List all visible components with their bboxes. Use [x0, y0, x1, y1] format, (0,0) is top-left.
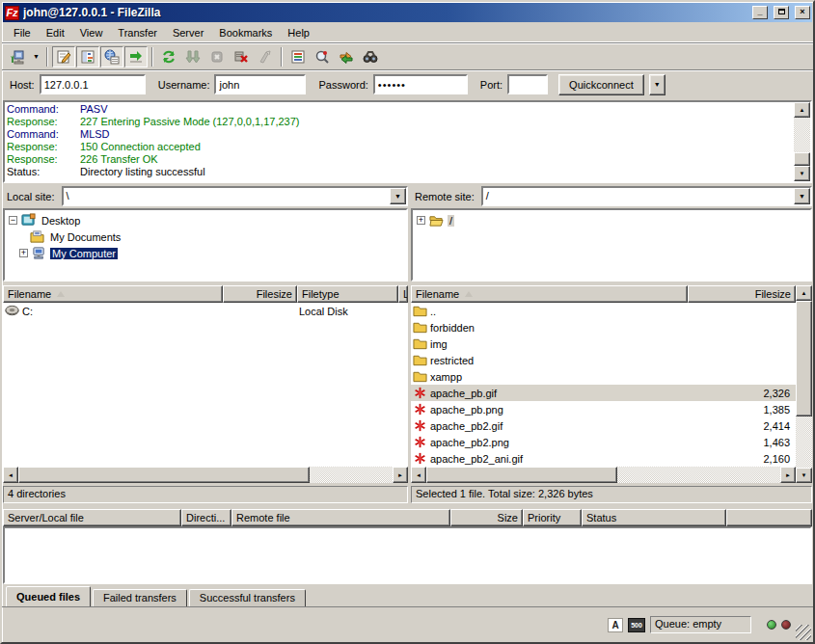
queue-col-size[interactable]: Size: [450, 509, 523, 526]
remote-row-selected[interactable]: apache_pb.gif 2,326: [411, 385, 796, 401]
tree-label-root[interactable]: /: [448, 215, 454, 227]
scroll-left-icon[interactable]: ◄: [411, 467, 426, 483]
transfer-type-icon[interactable]: A: [608, 618, 623, 632]
scroll-up-icon[interactable]: ▲: [796, 285, 812, 301]
refresh-button[interactable]: [157, 46, 180, 67]
find-files-button[interactable]: [359, 46, 382, 67]
menu-file[interactable]: File: [6, 25, 39, 40]
tree-item-my-computer[interactable]: + My Computer: [19, 245, 406, 261]
close-button[interactable]: ×: [795, 6, 810, 19]
scroll-left-icon[interactable]: ◄: [3, 467, 18, 483]
scroll-track[interactable]: [796, 416, 812, 468]
tab-queued-files[interactable]: Queued files: [6, 586, 91, 606]
speed-limit-icon[interactable]: 500: [628, 618, 645, 632]
minimize-button[interactable]: _: [752, 6, 768, 19]
scroll-thumb[interactable]: [796, 301, 812, 416]
queue-col-direction[interactable]: Directi...: [181, 509, 231, 526]
menu-view[interactable]: View: [72, 25, 111, 40]
menu-bookmarks[interactable]: Bookmarks: [211, 25, 280, 40]
local-site-value[interactable]: \: [64, 188, 390, 204]
username-input[interactable]: [214, 74, 306, 94]
toggle-queue-button[interactable]: [124, 46, 148, 67]
local-hscrollbar[interactable]: ◄ ►: [3, 467, 408, 483]
scroll-down-icon[interactable]: ▼: [796, 468, 812, 483]
expand-icon[interactable]: +: [19, 249, 28, 257]
tree-label-my-computer[interactable]: My Computer: [50, 248, 118, 259]
tree-label-my-documents[interactable]: My Documents: [48, 231, 122, 243]
remote-col-filename[interactable]: Filename: [411, 285, 688, 303]
remote-hscrollbar[interactable]: ◄ ►: [411, 467, 796, 483]
scroll-track[interactable]: [794, 118, 810, 152]
chevron-down-icon[interactable]: ▼: [390, 188, 406, 204]
scroll-right-icon[interactable]: ►: [393, 467, 408, 483]
menu-transfer[interactable]: Transfer: [110, 25, 165, 40]
local-row-c-drive[interactable]: C: Local Disk: [3, 303, 408, 319]
quickconnect-button[interactable]: Quickconnect: [558, 74, 644, 95]
title-bar[interactable]: Fz john@127.0.0.1 - FileZilla _ ×: [3, 3, 812, 22]
remote-col-filesize[interactable]: Filesize: [688, 285, 796, 303]
menu-help[interactable]: Help: [280, 25, 317, 40]
queue-list[interactable]: [3, 526, 812, 584]
tree-item-root[interactable]: + /: [417, 212, 810, 228]
remote-row[interactable]: forbidden: [411, 319, 796, 335]
remote-row[interactable]: apache_pb2.gif 2,414: [411, 417, 796, 434]
local-col-lastmodified[interactable]: L: [398, 285, 408, 303]
cancel-operation-button[interactable]: [205, 46, 229, 67]
tree-label-desktop[interactable]: Desktop: [40, 215, 82, 227]
scroll-up-icon[interactable]: ▲: [794, 102, 810, 118]
queue-col-remotefile[interactable]: Remote file: [231, 509, 450, 526]
filter-button[interactable]: [286, 46, 310, 67]
password-input[interactable]: [373, 74, 468, 94]
site-manager-dropdown[interactable]: ▼: [30, 46, 42, 67]
maximize-button[interactable]: [774, 6, 789, 19]
tab-failed-transfers[interactable]: Failed transfers: [93, 589, 187, 606]
local-col-filetype[interactable]: Filetype: [297, 285, 398, 303]
queue-col-priority[interactable]: Priority: [523, 509, 582, 526]
tree-item-my-documents[interactable]: My Documents: [30, 228, 406, 245]
resize-grip[interactable]: [796, 625, 811, 640]
tab-successful-transfers[interactable]: Successful transfers: [189, 589, 306, 606]
log-scrollbar[interactable]: ▲ ▼: [794, 102, 810, 181]
expand-icon[interactable]: +: [417, 216, 425, 225]
port-input[interactable]: [507, 74, 548, 94]
disconnect-button[interactable]: [230, 46, 253, 67]
remote-vscrollbar[interactable]: ▲ ▼: [796, 285, 812, 483]
quickconnect-dropdown[interactable]: ▼: [649, 74, 666, 95]
remote-row[interactable]: img: [411, 335, 796, 352]
scroll-thumb[interactable]: [426, 467, 617, 483]
compare-button[interactable]: [311, 46, 334, 67]
local-col-filesize[interactable]: Filesize: [223, 285, 297, 303]
queue-col-status[interactable]: Status: [582, 509, 726, 526]
remote-site-combo[interactable]: / ▼: [481, 186, 812, 206]
menu-edit[interactable]: Edit: [39, 25, 72, 40]
sync-browsing-button[interactable]: [335, 46, 358, 67]
menu-server[interactable]: Server: [165, 25, 211, 40]
local-site-combo[interactable]: \ ▼: [62, 186, 408, 206]
remote-row[interactable]: xampp: [411, 368, 796, 385]
local-col-filename[interactable]: Filename: [3, 285, 223, 303]
toggle-log-button[interactable]: [52, 46, 75, 67]
reconnect-button[interactable]: [254, 46, 277, 67]
chevron-down-icon[interactable]: ▼: [794, 188, 810, 204]
remote-site-value[interactable]: /: [483, 188, 794, 204]
process-queue-button[interactable]: [181, 46, 204, 67]
host-input[interactable]: [40, 74, 146, 94]
collapse-icon[interactable]: −: [9, 216, 17, 225]
toggle-local-tree-button[interactable]: [76, 46, 99, 67]
remote-row[interactable]: ..: [411, 303, 796, 319]
scroll-thumb[interactable]: [794, 152, 810, 166]
scroll-track[interactable]: [310, 467, 393, 483]
queue-col-serverlocal[interactable]: Server/Local file: [3, 509, 181, 526]
scroll-down-icon[interactable]: ▼: [794, 166, 810, 181]
toggle-remote-tree-button[interactable]: [100, 46, 123, 67]
desktop-icon: [21, 213, 36, 228]
scroll-track[interactable]: [617, 467, 780, 483]
tree-item-desktop[interactable]: − Desktop: [9, 212, 406, 228]
remote-row[interactable]: restricted: [411, 352, 796, 368]
site-manager-button[interactable]: [6, 46, 29, 67]
scroll-thumb[interactable]: [18, 467, 310, 483]
remote-row[interactable]: apache_pb2_ani.gif 2,160: [411, 450, 796, 467]
remote-row[interactable]: apache_pb2.png 1,463: [411, 434, 796, 450]
remote-row[interactable]: apache_pb.png 1,385: [411, 401, 796, 417]
scroll-right-icon[interactable]: ►: [780, 467, 796, 483]
